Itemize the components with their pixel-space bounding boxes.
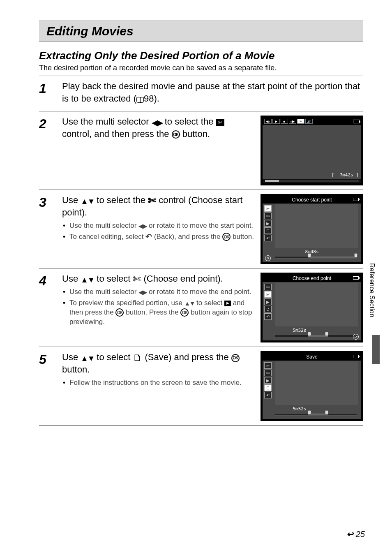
step-4: 4 Use to select (Choose end point). Use … [39,268,363,347]
end-handle-icon [325,332,328,336]
t: Use [62,195,81,205]
title-bar: Editing Movies [39,21,363,42]
ok-button-icon [172,130,180,139]
scissor-control-icon [216,119,224,126]
step-3: 3 Use to select the control (Choose star… [39,190,363,268]
step-1-number: 1 [39,80,55,95]
menu-start-icon: ✄ [264,205,272,212]
progress-bar-row [263,179,361,183]
step-4-time: 5m52s [238,328,361,333]
step-5-screen-title-bar: Save [263,353,361,361]
t: Use [62,273,81,284]
preview-area [275,283,358,326]
t: (Back), and press the [152,233,222,241]
t: button. [231,233,254,241]
menu-save-icon: 🗋 [264,306,272,312]
step-2-number: 2 [39,116,55,130]
step-5-number: 5 [39,351,55,366]
step-3-screen: Choose start point ✄ ✄ ▶ 🗋 ↶ 8m48s ⟳ [261,194,363,264]
choose-start-icon [148,196,156,206]
t: or rotate it to move the end point. [147,288,251,296]
step-3-screen-title: Choose start point [292,197,332,203]
step-3-bullet-1: Use the multi selector or rotate it to m… [62,221,254,231]
start-handle-icon [308,253,311,257]
step-3-screen-title-bar: Choose start point [263,196,361,204]
step-4-number: 4 [39,273,55,287]
up-down-icon [184,300,195,307]
step-5-screen: Save ✄ ✄ ▶ 🗋 ↶ 5m52s [261,351,363,421]
up-down-icon [81,275,94,284]
preview-area [275,204,358,248]
step-3-bullet-2: To cancel editing, select (Back), and pr… [62,232,254,242]
up-down-icon [81,197,94,206]
t: to select [194,299,224,307]
t: to select [94,352,133,362]
preview-area [275,361,358,405]
step-2-screen: ◀ıı ▶ ■ ıı▶ ✄ 🔊 [ 7m42s ] [261,116,363,185]
trim-bar [275,335,357,337]
page-section-icon: ↩ [347,529,354,539]
ok-button-icon [180,308,189,317]
menu-save-icon: 🗋 [264,227,272,234]
step-4-screen-title: Choose end point [293,275,331,281]
step-5-bullet-1: Follow the instructions on the screen to… [62,378,254,388]
menu-preview-icon: ▶ [264,377,272,384]
menu-preview-icon: ▶ [264,298,272,305]
back-icon [145,233,152,241]
step-5: 5 Use to select (Save) and press the but… [39,347,363,425]
page-number: ↩ 25 [347,529,365,539]
menu-back-icon: ↶ [264,313,272,320]
battery-icon [353,120,360,123]
menu-back-icon: ↶ [264,235,272,241]
ok-button-icon [231,354,240,362]
menu-end-icon: ✄ [264,370,272,376]
t: to select [94,273,133,284]
page-ref-icon [136,97,144,103]
subtitle: Extracting Only the Desired Portion of a… [39,49,363,62]
step-2: 2 Use the multi selector to select the c… [39,111,363,190]
trim-bar [275,256,357,259]
t: button. Press the [124,308,180,316]
menu-save-icon: 🗋 [264,384,272,391]
save-icon [133,353,142,363]
step-5-time: 5m52s [238,406,361,412]
page-number-value: 25 [356,530,365,539]
t: to select the [94,195,148,205]
t: control, and then press the [62,129,172,139]
step-4-bullet-2: To preview the specified portion, use to… [62,298,254,327]
preview-play-icon [224,301,231,306]
progress-bar [265,180,359,182]
battery-icon [353,355,359,358]
step-4-screen: Choose end point ✄ ✄ ▶ 🗋 ↶ 5m52s ⟳ [261,273,363,342]
end-handle-icon [354,253,357,257]
step-5-side-menu: ✄ ✄ ▶ 🗋 ↶ [264,362,272,398]
page-title: Editing Movies [46,24,356,38]
t: or rotate it to move the start point. [147,222,253,229]
left-right-icon [138,222,147,229]
advance-icon: ıı▶ [289,119,296,124]
step-3-number: 3 [39,194,55,209]
end-handle-icon [325,410,328,414]
step-2-time: [ 7m42s ] [332,172,359,178]
left-right-icon [138,289,147,296]
battery-icon [353,276,359,280]
choose-end-icon [133,274,141,284]
start-handle-icon [308,332,311,336]
side-section-label: Reference Section [368,263,376,317]
t: Use the multi selector [62,116,152,127]
menu-start-icon: ✄ [264,284,272,290]
intro-text: The desired portion of a recorded movie … [39,64,363,72]
left-right-icon [152,118,162,127]
step-3-heading: Use to select the control (Choose start … [62,194,254,218]
rewind-icon: ◀ıı [264,119,272,124]
menu-end-icon: ✄ [264,213,272,219]
dial-icon: ⟳ [353,334,359,340]
t: To preview the specified portion, use [69,299,184,307]
step-1-heading-b: 98). [144,93,159,104]
step-1-heading: Play back the desired movie and pause at… [62,80,363,104]
t: Use [62,352,81,362]
step-2-heading: Use the multi selector to select the con… [62,116,254,140]
menu-start-icon: ✄ [264,362,272,369]
step-1: 1 Play back the desired movie and pause … [39,76,363,111]
play-icon: ▶ [272,119,280,124]
